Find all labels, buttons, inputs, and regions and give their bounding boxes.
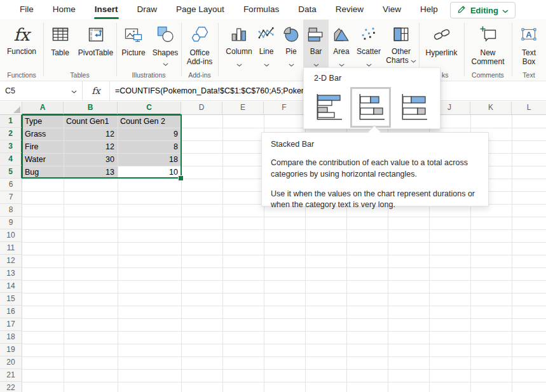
hyperlink-button[interactable]: Hyperlink <box>421 20 463 69</box>
gridline <box>222 115 223 392</box>
row-header-11[interactable]: 11 <box>0 242 22 255</box>
chevron-down-icon <box>163 57 168 69</box>
column-chart-icon <box>230 25 248 46</box>
row-header-22[interactable]: 22 <box>0 382 22 392</box>
menu-tab-home[interactable]: Home <box>43 0 85 19</box>
office-addins-label-2: Add-ins <box>187 57 213 66</box>
gridline <box>22 369 546 370</box>
row-header-13[interactable]: 13 <box>0 267 22 280</box>
picture-button[interactable]: Picture <box>117 20 150 69</box>
option-clustered-bar[interactable] <box>313 92 343 123</box>
line-chart-button[interactable]: Line <box>254 20 279 69</box>
new-comment-button[interactable]: New Comment <box>466 20 510 69</box>
column-header-B[interactable]: B <box>64 102 118 115</box>
tooltip-body-1: Compare the contribution of each value t… <box>271 158 479 180</box>
column-header-L[interactable]: L <box>512 102 546 115</box>
office-addins-button[interactable]: Office Add-ins <box>182 20 217 69</box>
column-label: Column <box>226 47 252 56</box>
bar-chart-dropdown: 2-D Bar <box>303 67 440 129</box>
menu-bar: File Home Insert Draw Page Layout Formul… <box>0 0 546 19</box>
column-chart-button[interactable]: Column <box>224 20 254 69</box>
gridline <box>22 229 546 230</box>
group-label-comments: Comments <box>464 71 512 79</box>
ribbon-group-tables: Table PivotTable Tables <box>43 19 116 81</box>
row-header-12[interactable]: 12 <box>0 255 22 267</box>
gridline <box>22 293 546 294</box>
row-header-20[interactable]: 20 <box>0 356 22 369</box>
bar-label: Bar <box>310 47 322 56</box>
chevron-down-icon <box>411 56 416 65</box>
column-header-K[interactable]: K <box>470 102 512 115</box>
insert-function-button[interactable]: fx <box>83 81 110 100</box>
row-header-8[interactable]: 8 <box>0 204 22 217</box>
row-header-18[interactable]: 18 <box>0 331 22 344</box>
selection-border <box>22 114 182 179</box>
gridline <box>22 331 546 332</box>
row-header-17[interactable]: 17 <box>0 318 22 331</box>
ribbon-group-functions: fx Function Functions <box>0 19 43 81</box>
menu-tab-view[interactable]: View <box>373 0 411 19</box>
row-header-2[interactable]: 2 <box>0 128 22 140</box>
column-header-D[interactable]: D <box>181 102 222 115</box>
option-100-stacked-bar[interactable] <box>398 92 428 123</box>
row-header-14[interactable]: 14 <box>0 280 22 293</box>
chevron-down-icon <box>502 4 508 16</box>
menu-tab-review[interactable]: Review <box>326 0 373 19</box>
row-header-21[interactable]: 21 <box>0 369 22 382</box>
text-box-button[interactable]: A Text Box <box>513 20 545 69</box>
chevron-down-icon <box>236 58 242 61</box>
row-header-9[interactable]: 9 <box>0 217 22 229</box>
area-chart-button[interactable]: Area <box>329 20 354 69</box>
pivottable-button[interactable]: PivotTable <box>76 20 116 69</box>
row-header-10[interactable]: 10 <box>0 229 22 242</box>
table-button[interactable]: Table <box>44 20 76 69</box>
name-box[interactable]: C5 <box>0 81 83 100</box>
hyperlink-icon <box>432 25 451 46</box>
gridline <box>22 267 546 268</box>
function-button[interactable]: fx Function <box>7 20 36 69</box>
gridline <box>22 318 546 319</box>
scatter-chart-button[interactable]: Scatter <box>354 20 383 69</box>
row-header-5[interactable]: 5 <box>0 166 22 179</box>
new-comment-icon <box>479 25 498 46</box>
chevron-down-icon <box>339 58 345 61</box>
column-header-F[interactable]: F <box>264 102 305 115</box>
editing-mode-button[interactable]: Editing <box>450 2 515 18</box>
column-header-E[interactable]: E <box>222 102 264 115</box>
name-box-value: C5 <box>5 86 15 95</box>
menu-tab-page-layout[interactable]: Page Layout <box>167 0 234 19</box>
row-header-3[interactable]: 3 <box>0 140 22 153</box>
group-label-functions: Functions <box>0 71 43 79</box>
svg-text:A: A <box>526 30 532 39</box>
row-header-4[interactable]: 4 <box>0 153 22 166</box>
pie-chart-button[interactable]: Pie <box>279 20 303 69</box>
fx-icon: fx <box>92 86 100 96</box>
column-header-C[interactable]: C <box>118 102 181 115</box>
shapes-button[interactable]: Shapes <box>150 20 181 69</box>
menu-tab-data[interactable]: Data <box>289 0 326 19</box>
menu-tab-draw[interactable]: Draw <box>128 0 167 19</box>
picture-label: Picture <box>121 48 145 57</box>
row-header-7[interactable]: 7 <box>0 191 22 204</box>
name-box-chevron-icon[interactable] <box>71 86 77 95</box>
bar-chart-button[interactable]: Bar <box>303 20 329 69</box>
other-charts-label-text: Charts <box>386 56 408 65</box>
other-charts-button[interactable]: Other Charts <box>383 20 419 69</box>
row-header-19[interactable]: 19 <box>0 344 22 356</box>
menu-tab-file[interactable]: File <box>10 0 43 19</box>
row-header-15[interactable]: 15 <box>0 293 22 306</box>
column-header-A[interactable]: A <box>22 102 64 115</box>
menu-tab-help[interactable]: Help <box>411 0 447 19</box>
table-label: Table <box>51 48 69 57</box>
row-header-1[interactable]: 1 <box>0 115 22 128</box>
new-comment-label-1: New <box>480 48 495 57</box>
row-header-16[interactable]: 16 <box>0 306 22 318</box>
select-all-corner[interactable] <box>0 102 22 115</box>
row-header-6[interactable]: 6 <box>0 179 22 191</box>
text-box-label-2: Box <box>522 57 536 66</box>
option-stacked-bar[interactable] <box>350 87 391 128</box>
gridline <box>22 306 546 306</box>
menu-tab-insert[interactable]: Insert <box>85 0 128 19</box>
fill-handle[interactable] <box>178 175 184 181</box>
menu-tab-formulas[interactable]: Formulas <box>234 0 289 19</box>
